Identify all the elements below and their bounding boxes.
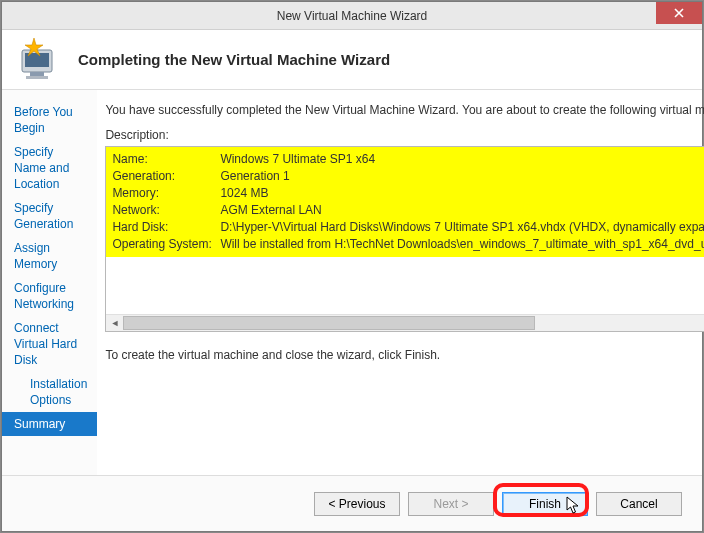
sidebar-item-assign-memory[interactable]: Assign Memory — [2, 236, 97, 276]
sidebar-item-connect-virtual-hard-disk[interactable]: Connect Virtual Hard Disk — [2, 316, 97, 372]
svg-rect-3 — [26, 76, 48, 79]
sidebar-item-before-you-begin[interactable]: Before You Begin — [2, 100, 97, 140]
scroll-thumb[interactable] — [123, 316, 535, 330]
summary-value: D:\Hyper-V\Virtual Hard Disks\Windows 7 … — [220, 219, 704, 236]
summary-value: AGM External LAN — [220, 202, 321, 219]
header: Completing the New Virtual Machine Wizar… — [2, 30, 702, 90]
summary-row: Name:Windows 7 Ultimate SP1 x64 — [112, 151, 704, 168]
summary-value: Windows 7 Ultimate SP1 x64 — [220, 151, 375, 168]
summary-row: Network:AGM External LAN — [112, 202, 704, 219]
body: Before You BeginSpecify Name and Locatio… — [2, 90, 702, 475]
summary-key: Generation: — [112, 168, 220, 185]
cancel-button[interactable]: Cancel — [596, 492, 682, 516]
description-box: Name:Windows 7 Ultimate SP1 x64Generatio… — [105, 146, 704, 332]
next-button: Next > — [408, 492, 494, 516]
summary-key: Network: — [112, 202, 220, 219]
summary-key: Memory: — [112, 185, 220, 202]
summary-value: 1024 MB — [220, 185, 268, 202]
page-title: Completing the New Virtual Machine Wizar… — [78, 51, 390, 68]
summary-value: Will be installed from H:\TechNet Downlo… — [220, 236, 704, 253]
sidebar-item-configure-networking[interactable]: Configure Networking — [2, 276, 97, 316]
scroll-track[interactable] — [123, 315, 704, 331]
summary-key: Name: — [112, 151, 220, 168]
summary-key: Operating System: — [112, 236, 220, 253]
previous-button[interactable]: < Previous — [314, 492, 400, 516]
intro-text: You have successfully completed the New … — [105, 102, 704, 118]
summary-row: Generation:Generation 1 — [112, 168, 704, 185]
summary-value: Generation 1 — [220, 168, 289, 185]
summary-row: Memory:1024 MB — [112, 185, 704, 202]
sidebar-item-specify-name-and-location[interactable]: Specify Name and Location — [2, 140, 97, 196]
content-pane: You have successfully completed the New … — [97, 90, 704, 475]
summary-row: Operating System:Will be installed from … — [112, 236, 704, 253]
window-title: New Virtual Machine Wizard — [277, 9, 428, 23]
sidebar-item-summary[interactable]: Summary — [2, 412, 97, 436]
wizard-window: New Virtual Machine Wizard Completing th… — [1, 1, 703, 532]
wizard-icon — [16, 36, 64, 84]
finish-hint: To create the virtual machine and close … — [105, 348, 704, 362]
horizontal-scrollbar[interactable]: ◄ ► — [106, 314, 704, 331]
finish-button[interactable]: Finish — [502, 492, 588, 516]
sidebar-item-specify-generation[interactable]: Specify Generation — [2, 196, 97, 236]
sidebar: Before You BeginSpecify Name and Locatio… — [2, 90, 97, 475]
titlebar: New Virtual Machine Wizard — [2, 2, 702, 30]
summary-row: Hard Disk:D:\Hyper-V\Virtual Hard Disks\… — [112, 219, 704, 236]
description-label: Description: — [105, 128, 704, 142]
summary-key: Hard Disk: — [112, 219, 220, 236]
close-button[interactable] — [656, 2, 702, 24]
description-scroll: Name:Windows 7 Ultimate SP1 x64Generatio… — [106, 147, 704, 314]
sidebar-item-installation-options[interactable]: Installation Options — [2, 372, 97, 412]
scroll-left-arrow[interactable]: ◄ — [106, 315, 123, 331]
summary-table: Name:Windows 7 Ultimate SP1 x64Generatio… — [106, 147, 704, 257]
svg-rect-2 — [30, 72, 44, 76]
close-icon — [674, 8, 684, 18]
footer: < Previous Next > Finish Cancel — [2, 475, 702, 531]
